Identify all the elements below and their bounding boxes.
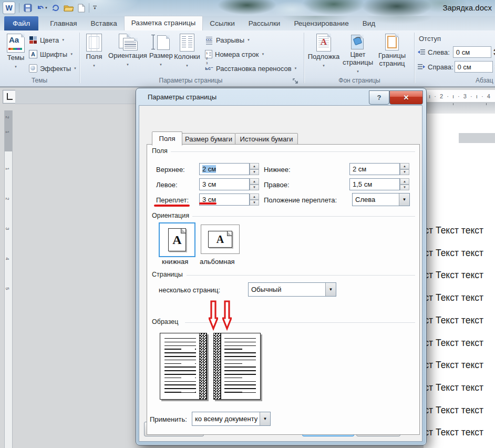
hyphenation-button[interactable]: ьс⁻ Расстановка переносов▼ (205, 64, 297, 73)
new-document-button[interactable] (78, 2, 85, 14)
ruler-shadow (427, 102, 495, 114)
ribbon: Aa Темы▼ Цвета▼ A Шрифты▼ Эффекты▼ Темы … (0, 30, 495, 87)
ribbon-tab[interactable]: Разметка страницы (124, 16, 203, 30)
ribbon-tab[interactable]: Рассылки (242, 16, 287, 30)
dropdown-arrow-icon: ▼ (325, 283, 336, 296)
ruler-mark: 4 (487, 93, 493, 99)
dialog-tab[interactable]: Поля (152, 131, 182, 146)
breaks-button[interactable]: Разрывы▼ (205, 36, 250, 44)
apply-to-label: Применить: (150, 415, 187, 423)
top-margin-label: Верхнее: (156, 166, 185, 174)
redo-button[interactable] (51, 2, 60, 14)
ruler-mark: ı (452, 93, 457, 99)
gutter-spinner[interactable]: ▲▼ (250, 194, 259, 206)
document-text-line: Текст Текст текст (424, 382, 483, 393)
hyphenation-icon: ьс⁻ (205, 64, 213, 73)
vertical-ruler[interactable]: 2112345 (4, 110, 13, 448)
page-color-button[interactable]: Цвет страницы ▼ (342, 34, 374, 74)
orientation-portrait-button[interactable]: A (159, 222, 195, 257)
indent-left-input[interactable]: 0 см (453, 46, 491, 58)
ribbon-tab[interactable]: Вид (356, 16, 382, 30)
gutter-annotation-arrow-icon (209, 300, 218, 332)
undo-icon (36, 4, 45, 12)
ruler-mark: · (434, 93, 439, 99)
save-button[interactable] (23, 2, 33, 14)
right-margin-spinner[interactable]: ▲▼ (400, 178, 409, 190)
horizontal-ruler[interactable]: ı·2·ı·3·ı·4 (427, 90, 495, 102)
horizontal-ruler-left[interactable] (15, 90, 136, 104)
ruler-mark: ı (476, 93, 480, 99)
theme-effects-button[interactable]: Эффекты▼ (29, 64, 77, 73)
theme-fonts-button[interactable]: A Шрифты▼ (29, 50, 73, 58)
theme-colors-button[interactable]: Цвета▼ (29, 36, 65, 44)
margins-group-caption: Поля (152, 147, 171, 155)
bottom-margin-input[interactable]: 2 см (349, 163, 400, 175)
open-button[interactable] (64, 2, 74, 14)
apply-to-select[interactable]: ко всему документу ▼ (192, 412, 271, 426)
customize-quick-access-button[interactable]: ▼ (93, 2, 97, 14)
ribbon-tab[interactable]: Файл (4, 16, 38, 30)
indent-left-field: Слева: 0 см ▲▼ (417, 46, 495, 58)
line-numbers-button[interactable]: 123 Номера строк▼ (205, 50, 264, 58)
ruler-number: 4 (5, 257, 10, 260)
columns-button[interactable]: Колонки▼ (173, 34, 201, 68)
indent-left-icon (417, 48, 426, 56)
orientation-group-caption: Ориентация (152, 212, 192, 219)
ribbon-tab[interactable]: Ссылки (203, 16, 242, 30)
tab-stop-selector[interactable] (3, 90, 16, 104)
group-line (170, 151, 415, 152)
tab-left-icon (7, 93, 13, 100)
watermark-icon: А (316, 34, 331, 52)
page-borders-button[interactable]: Границы страниц (375, 34, 409, 67)
orientation-landscape-button[interactable]: A (201, 225, 240, 254)
gutter-position-select[interactable]: Слева ▼ (352, 193, 410, 206)
theme-colors-icon (29, 36, 37, 44)
document-text-line: Текст Текст текст (424, 315, 483, 326)
ruler-mark: 2 (440, 93, 446, 99)
indent-right-icon (417, 63, 426, 70)
ribbon-tab[interactable]: Вставка (84, 16, 124, 30)
indent-right-field: Справа: 0 см ▲▼ (417, 61, 495, 73)
indent-right-input[interactable]: 0 см (455, 61, 493, 73)
word-logo-icon[interactable]: W (3, 2, 15, 14)
margins-button[interactable]: Поля▼ (82, 34, 106, 68)
dialog-tab-page: Поля Верхнее: 2 см ▲▼ Нижнее: 2 см ▲▼ Ле… (147, 144, 420, 435)
undo-button[interactable]: ▼ (36, 2, 48, 14)
multiple-pages-label: несколько страниц: (159, 286, 220, 294)
themes-group-label: Темы (0, 77, 79, 84)
ribbon-tab[interactable]: Рецензирование (287, 16, 355, 30)
pages-group-caption: Страницы (152, 271, 186, 278)
right-margin-label: Правое: (264, 181, 290, 189)
top-margin-spinner[interactable]: ▲▼ (250, 163, 259, 175)
document-text-line: Текст Текст текст (424, 405, 483, 416)
columns-icon (180, 34, 194, 52)
themes-button[interactable]: Aa Темы▼ (4, 34, 27, 69)
indent-left-spinner[interactable]: ▲▼ (491, 46, 495, 58)
open-folder-icon (64, 4, 74, 12)
left-margin-spinner[interactable]: ▲▼ (250, 178, 259, 190)
indent-right-spinner[interactable]: ▲▼ (493, 61, 495, 73)
ribbon-tab[interactable]: Главная (43, 16, 84, 30)
document-page[interactable]: Текст Текст текстТекст Текст текстТекст … (424, 114, 495, 448)
divider (19, 3, 19, 13)
dialog-help-button[interactable]: ? (369, 90, 389, 105)
bottom-margin-spinner[interactable]: ▲▼ (400, 163, 409, 175)
left-margin-input[interactable]: 3 см (199, 178, 250, 190)
right-margin-input[interactable]: 1,5 см (349, 178, 400, 190)
orientation-button[interactable]: Ориентация▼ (106, 34, 149, 67)
top-margin-input[interactable]: 2 см (199, 163, 250, 175)
dialog-close-button[interactable]: ✕ (389, 90, 423, 105)
dropdown-arrow-icon: ▼ (399, 194, 409, 206)
multiple-pages-select[interactable]: Обычный ▼ (248, 282, 336, 297)
paragraph-group-label: Абзац (470, 77, 495, 84)
redo-icon (51, 4, 60, 12)
watermark-button[interactable]: А Подложка▼ (307, 34, 340, 68)
gutter-strip (214, 333, 221, 399)
dialog-title: Параметры страницы (148, 93, 216, 101)
bottom-margin-label: Нижнее: (264, 166, 291, 174)
themes-icon: Aa (7, 34, 25, 53)
size-button[interactable]: Размер▼ (149, 34, 172, 67)
ruler-mark: · (447, 93, 451, 99)
page-setup-dialog-launcher[interactable] (292, 77, 298, 83)
page-color-icon (350, 34, 366, 49)
